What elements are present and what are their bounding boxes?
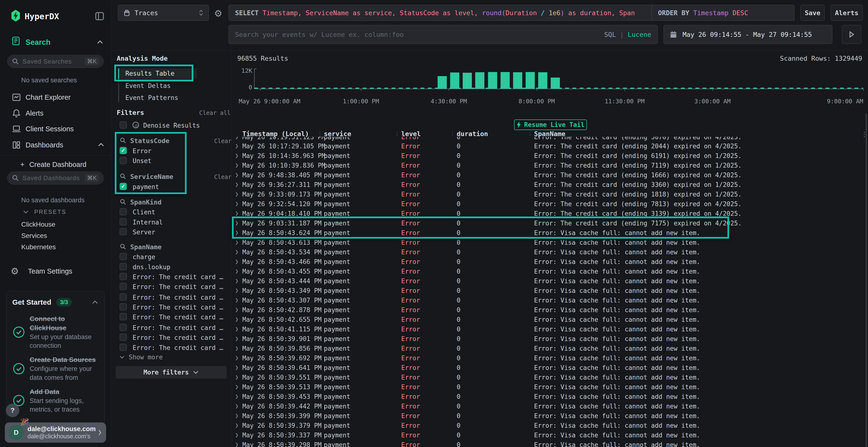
order-by-input[interactable]: ORDER BY Timestamp DESC [651, 5, 795, 21]
get-started-item[interactable]: Add Data Start sending logs, metrics, or… [6, 382, 104, 414]
row-expand-chevron-icon[interactable]: ❯ [235, 297, 239, 304]
col-duration[interactable]: duration [457, 130, 488, 138]
chevron-up-icon[interactable] [91, 300, 99, 305]
table-row[interactable]: ❯ May 26 8:50:43.534 PM payment Error 0 … [231, 247, 868, 257]
search-icon[interactable] [120, 137, 126, 144]
row-expand-chevron-icon[interactable]: ❯ [235, 191, 239, 198]
search-input[interactable]: Search your events w/ Lucene ex. column:… [228, 25, 658, 44]
table-row[interactable]: ❯ May 26 10:14:36.963 PM payment Error 0… [231, 151, 868, 161]
filter-option-charge[interactable]: charge [111, 252, 231, 261]
checkbox[interactable] [120, 344, 127, 351]
checkbox[interactable] [120, 303, 127, 310]
row-expand-chevron-icon[interactable]: ❯ [235, 335, 239, 342]
table-row[interactable]: ❯ May 26 8:50:39.453 PM payment Error 0 … [231, 391, 868, 401]
analysis-mode-event-patterns[interactable]: Event Patterns [125, 94, 178, 101]
table-row[interactable]: ❯ May 26 8:50:39.298 PM payment Error 0 … [231, 440, 868, 447]
filter-option-unset[interactable]: Unset [111, 156, 231, 165]
row-expand-chevron-icon[interactable]: ❯ [235, 345, 239, 352]
row-expand-chevron-icon[interactable]: ❯ [235, 412, 239, 419]
table-row[interactable]: ❯ May 26 10:17:29.105 PM payment Error 0… [231, 141, 868, 151]
col-spanname[interactable]: SpanName [534, 130, 565, 138]
table-row[interactable]: ❯ May 26 8:50:39.379 PM payment Error 0 … [231, 420, 868, 430]
histogram-bar[interactable] [450, 72, 459, 89]
histogram-bar[interactable] [488, 72, 497, 89]
row-expand-chevron-icon[interactable]: ❯ [235, 393, 239, 400]
filter-option-internal[interactable]: Internal [111, 218, 231, 227]
filter-option-error-the-credit-card-[interactable]: Error: The credit card … [111, 323, 231, 332]
histogram-bar[interactable] [551, 77, 560, 89]
filter-option-error-the-credit-card-[interactable]: Error: The credit card … [111, 282, 231, 291]
sidebar-item-team-settings[interactable]: Team Settings [28, 267, 72, 275]
col-resize-handle[interactable]: ⋮ [450, 131, 455, 137]
checkbox[interactable] [120, 228, 127, 235]
row-expand-chevron-icon[interactable]: ❯ [235, 441, 239, 447]
row-expand-chevron-icon[interactable]: ❯ [235, 181, 239, 188]
table-row[interactable]: ❯ May 26 8:50:39.692 PM payment Error 0 … [231, 353, 868, 363]
row-expand-chevron-icon[interactable]: ❯ [235, 171, 239, 178]
vertical-scrollbar[interactable] [866, 113, 867, 447]
table-row[interactable]: ❯ May 26 8:50:39.513 PM payment Error 0 … [231, 382, 868, 391]
clear-filter-link[interactable]: Clear [214, 174, 231, 180]
table-row[interactable]: ❯ May 26 8:50:43.455 PM payment Error 0 … [231, 266, 868, 276]
row-expand-chevron-icon[interactable]: ❯ [235, 229, 239, 236]
checkbox[interactable] [120, 147, 127, 154]
col-resize-handle[interactable]: ⋮ [317, 131, 322, 137]
row-expand-chevron-icon[interactable]: ❯ [235, 137, 239, 140]
row-expand-chevron-icon[interactable]: ❯ [235, 306, 239, 313]
histogram-bar[interactable] [538, 72, 547, 89]
col-service[interactable]: service [324, 130, 351, 138]
row-expand-chevron-icon[interactable]: ❯ [235, 422, 239, 429]
filter-option-client[interactable]: Client [111, 208, 231, 216]
checkbox[interactable] [120, 253, 127, 260]
sidebar-item-dashboards[interactable]: Dashboards [0, 139, 111, 151]
sql-query-editor[interactable]: SELECT Timestamp, ServiceName as service… [228, 5, 658, 21]
table-row[interactable]: ❯ May 26 8:50:39.901 PM payment Error 0 … [231, 334, 868, 343]
clear-filter-link[interactable]: Clear [214, 138, 231, 144]
row-expand-chevron-icon[interactable]: ❯ [235, 374, 239, 381]
table-row[interactable]: ❯ May 26 8:50:43.444 PM payment Error 0 … [231, 276, 868, 286]
filter-option-error-the-credit-card-[interactable]: Error: The credit card … [111, 343, 231, 352]
histogram-bar[interactable] [475, 72, 485, 89]
preset-clickhouse[interactable]: ClickHouse [21, 220, 56, 228]
table-row[interactable]: ❯ May 26 8:50:43.307 PM payment Error 0 … [231, 295, 868, 305]
checkbox[interactable] [120, 263, 127, 270]
col-resize-handle[interactable]: ⋮ [527, 131, 532, 137]
denoise-checkbox[interactable] [120, 122, 127, 129]
user-menu[interactable]: D dale@clickhouse.com dale@clickhouse.co… [5, 422, 106, 443]
table-row[interactable]: ❯ May 26 8:50:43.466 PM payment Error 0 … [231, 257, 868, 266]
preset-services[interactable]: Services [21, 232, 47, 240]
analysis-mode-results-table[interactable]: Results Table [125, 70, 175, 77]
histogram-bar[interactable] [500, 72, 510, 89]
col-level[interactable]: level [401, 130, 421, 138]
row-expand-chevron-icon[interactable]: ❯ [235, 152, 239, 159]
analysis-mode-event-deltas[interactable]: Event Deltas [125, 82, 171, 89]
table-row[interactable]: ❯ May 26 8:50:39.551 PM payment Error 0 … [231, 372, 868, 382]
show-more-link[interactable]: Show more [119, 353, 163, 361]
row-expand-chevron-icon[interactable]: ❯ [235, 210, 239, 217]
query-settings-gear-icon[interactable]: ⚙ [214, 8, 222, 19]
presets-toggle[interactable]: PRESETS [23, 209, 66, 215]
table-row[interactable]: ❯ May 26 9:33:09.173 PM payment Error 0 … [231, 189, 868, 199]
sidebar-item-alerts[interactable]: Alerts [0, 107, 111, 119]
table-row[interactable]: ❯ May 26 9:32:54.120 PM payment Error 0 … [231, 199, 868, 209]
table-row[interactable]: ❯ May 26 8:50:42.878 PM payment Error 0 … [231, 305, 868, 314]
row-expand-chevron-icon[interactable]: ❯ [235, 364, 239, 371]
sidebar-collapse-icon[interactable] [94, 10, 105, 22]
preset-kubernetes[interactable]: Kubernetes [21, 243, 56, 251]
col-resize-handle[interactable]: ⋮ [395, 131, 399, 137]
row-expand-chevron-icon[interactable]: ❯ [235, 239, 239, 246]
filter-option-error-the-credit-card-[interactable]: Error: The credit card … [111, 303, 231, 311]
table-row[interactable]: ❯ May 26 8:50:39.442 PM payment Error 0 … [231, 401, 868, 411]
filter-option-error-the-credit-card-[interactable]: Error: The credit card … [111, 313, 231, 321]
row-expand-chevron-icon[interactable]: ❯ [235, 287, 239, 294]
row-expand-chevron-icon[interactable]: ❯ [235, 354, 239, 361]
clear-all-link[interactable]: Clear all [199, 110, 230, 116]
checkbox[interactable] [120, 218, 127, 226]
filter-option-server[interactable]: Server [111, 228, 231, 236]
checkbox[interactable] [120, 283, 127, 290]
row-expand-chevron-icon[interactable]: ❯ [235, 162, 239, 169]
row-expand-chevron-icon[interactable]: ❯ [235, 220, 239, 227]
table-row[interactable]: ❯ May 26 10:19:51.123 PM payment Error 0… [231, 137, 868, 141]
table-row[interactable]: ❯ May 26 8:50:39.641 PM payment Error 0 … [231, 363, 868, 372]
checkbox[interactable] [120, 294, 127, 301]
